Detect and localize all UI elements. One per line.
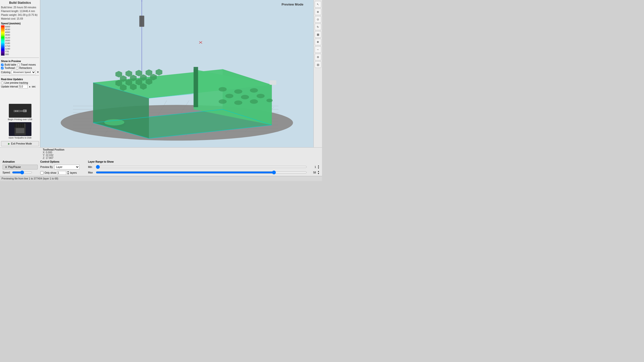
layer-range-title: Layer Range to Show bbox=[88, 160, 319, 163]
material-cost: Material cost: 15.69 bbox=[1, 17, 39, 21]
speed-label-6: 2180 bbox=[5, 42, 10, 44]
max-range-slider[interactable] bbox=[96, 170, 307, 174]
build-stats: Build time: 25 hours 58 minutes Filament… bbox=[1, 6, 39, 21]
svg-rect-8 bbox=[16, 123, 18, 128]
svg-rect-64 bbox=[269, 80, 276, 85]
min-range-row: Min 1 ▲▼ bbox=[88, 165, 319, 169]
plastic-weight: Plastic weight: 341.09 g (0.75 lb) bbox=[1, 13, 39, 17]
layer-range-group: Layer Range to Show Min 1 ▲▼ Max 58 ▲▼ bbox=[88, 160, 319, 175]
toolhead-y: Y: 22.032 bbox=[43, 154, 320, 157]
exit-preview-label: Exit Preview Mode bbox=[11, 142, 32, 145]
center-3d-view[interactable]: Preview Mode bbox=[40, 0, 313, 147]
pointer-icon: ↖ bbox=[317, 3, 319, 6]
svg-point-55 bbox=[250, 88, 258, 93]
layer-button[interactable]: ▦ bbox=[315, 31, 321, 38]
svg-rect-12 bbox=[16, 128, 24, 133]
play-pause-label: Play/Pause bbox=[8, 166, 21, 168]
sd-image bbox=[9, 122, 31, 136]
zoom-button[interactable]: ⊙ bbox=[315, 16, 321, 23]
sd-button[interactable]: Save Toolpaths to Disk bbox=[9, 137, 31, 139]
speed-label-4: 3120 bbox=[5, 36, 10, 39]
live-preview-checkbox[interactable] bbox=[1, 82, 4, 84]
exit-preview-button[interactable]: ▶ Exit Preview Mode bbox=[1, 141, 39, 146]
usb-image bbox=[9, 104, 31, 118]
speed-label-9: 770 bbox=[5, 50, 10, 53]
min-spin[interactable]: ▲▼ bbox=[317, 165, 319, 169]
toolhead-row: Toolhead Retractions bbox=[1, 67, 39, 69]
control-options-group: Control Options Preview By Layer Only sh… bbox=[40, 160, 86, 175]
show-in-preview-title: Show in Preview bbox=[1, 60, 39, 63]
realtime-section: Real-time Updates Live preview tracking … bbox=[1, 78, 39, 88]
retractions-label: Retractions bbox=[19, 67, 32, 69]
svg-point-61 bbox=[250, 99, 258, 104]
ruler-button[interactable]: ↔ bbox=[315, 46, 321, 53]
play-pause-button[interactable]: ⏸ Play/Pause bbox=[3, 165, 38, 169]
settings-button[interactable]: ⚙ bbox=[315, 54, 321, 60]
preview-by-label: Preview By bbox=[40, 166, 53, 168]
retractions-checkbox[interactable] bbox=[16, 67, 18, 69]
min-label: Min bbox=[88, 166, 94, 168]
max-range-row: Max 58 ▲▼ bbox=[88, 170, 319, 175]
svg-rect-3 bbox=[15, 111, 16, 111]
usb-illustration bbox=[13, 106, 28, 116]
preview-by-select[interactable]: Layer bbox=[54, 165, 79, 169]
toolhead-position: Toolhead Position X: 0.000 Y: 22.032 Z: … bbox=[0, 148, 322, 159]
only-show-checkbox[interactable] bbox=[40, 171, 44, 174]
animation-group: Animation ⏸ Play/Pause Speed: bbox=[3, 160, 38, 174]
svg-rect-7 bbox=[14, 123, 16, 128]
toolhead-position-title: Toolhead Position bbox=[43, 148, 320, 151]
build-table-checkbox[interactable] bbox=[1, 64, 4, 66]
travel-moves-checkbox[interactable] bbox=[17, 64, 20, 66]
pointer-button[interactable]: ↖ bbox=[315, 1, 321, 8]
max-spin[interactable]: ▲▼ bbox=[317, 170, 319, 175]
svg-marker-63 bbox=[194, 67, 198, 107]
speed-label-10: 300 bbox=[5, 53, 10, 56]
3d-scene bbox=[40, 0, 313, 147]
zoom-fit-button[interactable]: ⊕ bbox=[315, 9, 321, 15]
min-range-slider[interactable] bbox=[96, 165, 307, 169]
build-time: Build time: 25 hours 58 minutes bbox=[1, 6, 39, 9]
svg-point-5 bbox=[24, 110, 25, 111]
preview-mode-label: Preview Mode bbox=[281, 3, 303, 6]
svg-rect-9 bbox=[18, 123, 20, 128]
svg-rect-1 bbox=[20, 110, 23, 112]
speed-gradient-bar bbox=[1, 25, 5, 56]
travel-moves-label: Travel moves bbox=[21, 63, 36, 66]
zoom-fit-icon: ⊕ bbox=[317, 10, 319, 14]
sd-section: Save Toolpaths to Disk bbox=[1, 122, 39, 139]
svg-point-53 bbox=[219, 87, 227, 92]
svg-point-66 bbox=[104, 119, 124, 125]
left-panel: Build Statistics Build time: 25 hours 58… bbox=[0, 0, 40, 147]
layers-count-input[interactable] bbox=[57, 171, 66, 175]
rotate-button[interactable]: ↻ bbox=[315, 24, 321, 30]
only-show-row: Only show ▲▼ layers bbox=[40, 170, 86, 175]
update-interval-spin-up[interactable]: ▲ bbox=[29, 85, 31, 88]
move-button[interactable]: ✥ bbox=[315, 39, 321, 45]
stats-button[interactable]: ▤ bbox=[315, 61, 321, 68]
coloring-select[interactable]: Movement Speed bbox=[11, 70, 36, 74]
coloring-row: Coloring Movement Speed ▼ bbox=[1, 70, 39, 74]
layers-unit-up[interactable]: ▲▼ bbox=[67, 170, 69, 175]
legend-bar-wrapper: 5000 4530 4060 3590 3120 2650 2180 1710 … bbox=[1, 25, 39, 56]
toolhead-label: Toolhead bbox=[5, 67, 15, 69]
toolhead-checkbox[interactable] bbox=[1, 67, 4, 69]
preview-by-row: Preview By Layer bbox=[40, 165, 86, 169]
svg-point-58 bbox=[257, 94, 265, 98]
filament-length: Filament length: 113446.4 mm bbox=[1, 9, 39, 13]
coloring-dropdown-icon[interactable]: ▼ bbox=[37, 71, 39, 73]
update-interval-input[interactable] bbox=[19, 85, 28, 88]
sd-illustration bbox=[9, 122, 31, 136]
right-toolbar: ↖ ⊕ ⊙ ↻ ▦ ✥ ↔ ⚙ ▤ bbox=[313, 0, 322, 147]
usb-button[interactable]: Begin Printing over USB bbox=[8, 118, 32, 121]
layer-icon: ▦ bbox=[317, 33, 319, 36]
status-bar: Previewing file from line 1 to 377404 (l… bbox=[0, 176, 322, 181]
svg-rect-4 bbox=[17, 111, 18, 111]
speed-label-7: 1710 bbox=[5, 45, 10, 47]
svg-point-56 bbox=[225, 94, 233, 98]
toolhead-z: Z: 17.807 bbox=[43, 157, 320, 159]
svg-point-59 bbox=[219, 99, 227, 104]
speed-legend-title: Speed (mm/min) bbox=[1, 22, 39, 25]
realtime-title: Real-time Updates bbox=[1, 78, 39, 81]
play-pause-icon: ⏸ bbox=[5, 166, 7, 168]
speed-slider[interactable] bbox=[12, 170, 32, 174]
